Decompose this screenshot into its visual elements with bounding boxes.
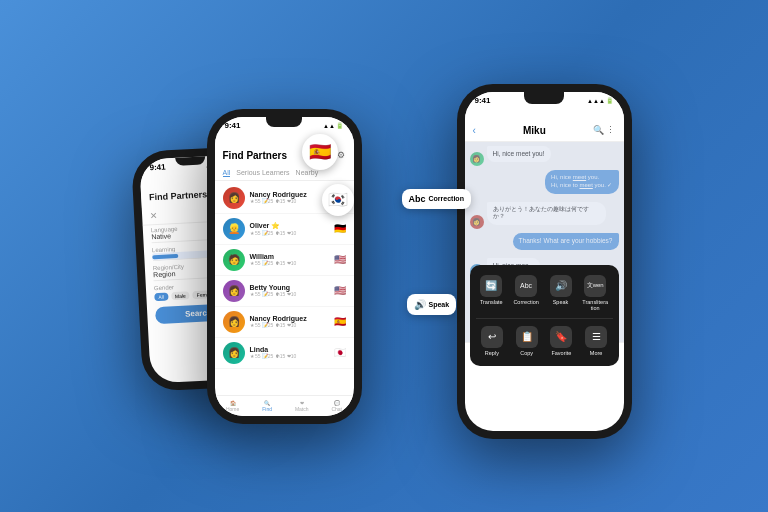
- list-item[interactable]: 👱 Oliver ⭐ ★ 55 📝25 🗣15 ❤10 🇩🇪: [215, 214, 354, 245]
- translate-icon: 🔄: [480, 275, 502, 297]
- ctx-favorite[interactable]: 🔖 Favorite: [548, 322, 574, 360]
- avatar-2: 👱: [223, 218, 245, 240]
- ctx-top-row: 🔄 Translate Abc Correction 🔊 Speak 文: [476, 271, 613, 315]
- copy-icon: 📋: [516, 326, 538, 348]
- user-info-3: William ★ 55 📝25 🗣15 ❤10: [250, 253, 329, 266]
- flag-6: 🇯🇵: [334, 347, 346, 358]
- ctx-divider: [476, 318, 613, 319]
- correction-icon: Abc: [515, 275, 537, 297]
- list-item[interactable]: 👩 Betty Young ★ 55 📝25 🗣15 ❤10 🇺🇸: [215, 276, 354, 307]
- ctx-reply[interactable]: ↩ Reply: [479, 322, 505, 360]
- correction-tooltip: Abc Correction: [402, 189, 471, 209]
- correction-label: Correction: [429, 195, 464, 202]
- gender-male[interactable]: Male: [170, 291, 189, 300]
- flag-5: 🇪🇸: [334, 316, 346, 327]
- list-item[interactable]: 🧑 William ★ 55 📝25 🗣15 ❤10 🇺🇸: [215, 245, 354, 276]
- user-info-4: Betty Young ★ 55 📝25 🗣15 ❤10: [250, 284, 329, 297]
- more-icon: ☰: [585, 326, 607, 348]
- tab-serious[interactable]: Serious Learners: [236, 169, 289, 177]
- user-meta-5: ★ 55 📝25 🗣15 ❤10: [250, 322, 329, 328]
- screen-3: 9:41 ▲▲▲ 🔋 ‹ Miku 🔍 ⋮ 👩 Hi, nice meet yo…: [465, 92, 624, 431]
- notch-2: [266, 117, 302, 127]
- avatar-6: 👩: [223, 342, 245, 364]
- avatar-3: 🧑: [223, 249, 245, 271]
- time-3: 9:41: [475, 96, 491, 105]
- speak-label-ctx: Speak: [553, 299, 569, 305]
- ctx-correction[interactable]: Abc Correction: [511, 271, 540, 315]
- time-2: 9:41: [225, 121, 241, 130]
- user-info-1: Nancy Rodriguez ★ 55 📝25 🗣15 ❤10: [250, 191, 329, 204]
- reply-label: Reply: [485, 350, 499, 356]
- list-item[interactable]: 👩 Linda ★ 55 📝25 🗣15 ❤10 🇯🇵: [215, 338, 354, 369]
- flag-2: 🇩🇪: [334, 223, 346, 234]
- ctx-bot-row: ↩ Reply 📋 Copy 🔖 Favorite ☰: [476, 322, 613, 360]
- tabbar: 🏠Home 🔍Find ❤Match 💬Chat: [215, 395, 354, 416]
- speak-icon: 🔊: [550, 275, 572, 297]
- phones-container: 9:41 ▲▲▲ 🔋 Find Partners ✕ Filter Langua…: [0, 0, 768, 512]
- user-meta-6: ★ 55 📝25 🗣15 ❤10: [250, 353, 329, 359]
- tabbar-home[interactable]: 🏠Home: [226, 400, 239, 412]
- floating-spain-flag: 🇪🇸: [302, 134, 338, 170]
- tab-nearby[interactable]: Nearby: [296, 169, 319, 177]
- notch-1: [175, 156, 205, 166]
- contact-name: Miku: [523, 125, 546, 136]
- p3-header: ‹ Miku 🔍 ⋮: [465, 107, 624, 142]
- user-name-4: Betty Young: [250, 284, 329, 291]
- p2-tabs: All Serious Learners Nearby: [215, 166, 354, 181]
- more-label: More: [590, 350, 603, 356]
- abc-icon: Abc: [409, 194, 426, 204]
- favorite-label: Favorite: [551, 350, 571, 356]
- user-name-2: Oliver ⭐: [250, 222, 329, 230]
- ctx-more[interactable]: ☰ More: [583, 322, 609, 360]
- ctx-speak[interactable]: 🔊 Speak: [548, 271, 574, 315]
- tab-all[interactable]: All: [223, 169, 231, 177]
- phones-right-group: Abc Correction 🔊 Speak 9:41 ▲▲▲ 🔋 ‹ Miku: [457, 79, 632, 434]
- ctx-transliteration[interactable]: 文wen Transliteration: [580, 271, 610, 315]
- reply-icon: ↩: [481, 326, 503, 348]
- floating-korea-flag: 🇰🇷: [322, 184, 354, 216]
- ctx-translate[interactable]: 🔄 Translate: [478, 271, 505, 315]
- user-info-5: Nancy Rodriguez ★ 55 📝25 🗣15 ❤10: [250, 315, 329, 328]
- context-menu: 🔄 Translate Abc Correction 🔊 Speak 文: [470, 265, 619, 366]
- phones-left-group: 9:41 ▲▲▲ 🔋 Find Partners ✕ Filter Langua…: [137, 79, 447, 434]
- speak-tooltip: 🔊 Speak: [407, 294, 457, 315]
- p2-title: Find Partners: [223, 150, 287, 161]
- tabbar-match[interactable]: ❤Match: [295, 400, 309, 412]
- phone-3: 9:41 ▲▲▲ 🔋 ‹ Miku 🔍 ⋮ 👩 Hi, nice meet yo…: [457, 84, 632, 439]
- speaker-icon: 🔊: [414, 299, 426, 310]
- tabbar-chat[interactable]: 💬Chat: [331, 400, 342, 412]
- notch-3: [524, 92, 564, 104]
- back-button[interactable]: ‹: [473, 125, 476, 136]
- header-icons: 🔍 ⋮: [593, 125, 616, 135]
- avatar-5: 👩: [223, 311, 245, 333]
- translate-label: Translate: [480, 299, 503, 305]
- favorite-icon: 🔖: [550, 326, 572, 348]
- speak-label: Speak: [429, 301, 450, 308]
- gender-all[interactable]: All: [154, 292, 168, 301]
- status-icons-3: ▲▲▲ 🔋: [587, 97, 613, 104]
- user-name-6: Linda: [250, 346, 329, 353]
- user-meta-2: ★ 55 📝25 🗣15 ❤10: [250, 230, 329, 236]
- correction-label-ctx: Correction: [513, 299, 538, 305]
- flag-3: 🇺🇸: [334, 254, 346, 265]
- tabbar-find[interactable]: 🔍Find: [262, 400, 272, 412]
- ctx-copy[interactable]: 📋 Copy: [514, 322, 540, 360]
- transliteration-label: Transliteration: [582, 299, 608, 311]
- time-1: 9:41: [149, 162, 165, 172]
- user-meta-3: ★ 55 📝25 🗣15 ❤10: [250, 260, 329, 266]
- p1-close[interactable]: ✕: [149, 210, 158, 220]
- transliteration-icon: 文wen: [584, 275, 606, 297]
- user-meta-4: ★ 55 📝25 🗣15 ❤10: [250, 291, 329, 297]
- user-name-5: Nancy Rodriguez: [250, 315, 329, 322]
- copy-label: Copy: [520, 350, 533, 356]
- status-icons-2: ▲▲ 🔋: [323, 122, 344, 129]
- phone-2: 9:41 ▲▲ 🔋 Find Partners 🔍 ⚙ All Serious …: [207, 109, 362, 424]
- user-name-3: William: [250, 253, 329, 260]
- list-item[interactable]: 👩 Nancy Rodriguez ★ 55 📝25 🗣15 ❤10 🇪🇸: [215, 307, 354, 338]
- user-name-1: Nancy Rodriguez: [250, 191, 329, 198]
- flag-4: 🇺🇸: [334, 285, 346, 296]
- user-info-6: Linda ★ 55 📝25 🗣15 ❤10: [250, 346, 329, 359]
- user-info-2: Oliver ⭐ ★ 55 📝25 🗣15 ❤10: [250, 222, 329, 236]
- avatar-1: 👩: [223, 187, 245, 209]
- avatar-4: 👩: [223, 280, 245, 302]
